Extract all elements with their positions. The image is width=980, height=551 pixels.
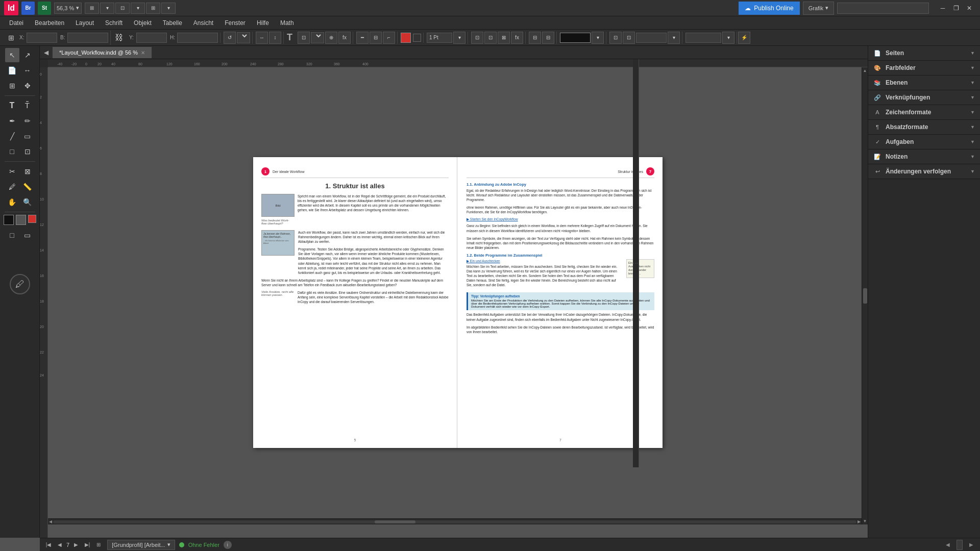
first-page-btn[interactable]: |◀ [44,540,53,549]
line-tool[interactable]: ╱ [5,129,19,143]
pen-tool[interactable]: ✒ [5,114,19,128]
view-btn-2[interactable]: ▾ [100,3,114,14]
scroll-down-btn[interactable]: ▼ [863,519,867,523]
page-options-btn[interactable]: ⊞ [94,540,103,549]
zeichenformate-collapse-arrow[interactable]: ▼ [970,110,975,115]
frame-fit3-btn[interactable]: ⊠ [498,32,510,44]
flip-v-btn[interactable]: ↕ [269,32,281,44]
rectangle-tool[interactable]: □ [5,144,19,159]
preview-mode[interactable]: ▭ [20,228,35,242]
align-left-btn[interactable]: ⊟ [529,32,541,44]
selection-tool[interactable]: ↖ [5,48,19,62]
check-in-link[interactable]: ▶ Ein und Auschecken [467,259,622,263]
lightning-btn[interactable]: ⚡ [738,32,750,44]
view-btn-6[interactable]: ▾ [161,3,176,14]
profile-selector[interactable]: [Grundprofil] [Arbeit... ▾ [107,540,175,550]
farbfelder-collapse-arrow[interactable]: ▼ [970,65,975,70]
rotate-select[interactable] [237,32,250,43]
notizen-collapse-arrow[interactable]: ▼ [970,154,975,159]
mm-input[interactable]: 4,233 mm [685,33,721,43]
stroke-style-preview[interactable] [560,33,591,43]
close-button[interactable]: ✕ [963,3,976,14]
grafik-button[interactable]: Grafik ▾ [803,2,834,15]
zoom-pct-input[interactable] [636,33,667,43]
aenderungen-collapse-arrow[interactable]: ▼ [970,169,975,174]
view-btn[interactable]: ⊡ [609,32,622,44]
flip-h-btn[interactable]: ↔ [256,32,268,44]
eyedropper-tool[interactable]: 🖉 [5,180,19,194]
measure-tool[interactable]: 📏 [20,180,35,194]
frame-fit4-btn[interactable]: fx [511,32,523,44]
stock-icon[interactable]: St [38,2,51,15]
free-transform-tool[interactable]: ⊠ [20,164,35,179]
publish-online-button[interactable]: ☁ Publish Online [739,2,799,15]
panel-verknuepfungen-header[interactable]: 🔗 Verknüpfungen ▼ [868,90,980,105]
pencil-tool[interactable]: ✏ [20,114,35,128]
view-btn-3[interactable]: ⊡ [115,3,130,14]
menu-fenster[interactable]: Fenster [219,18,251,28]
prev-page-btn[interactable]: ◀ [55,540,64,549]
stroke-tool[interactable] [16,215,26,225]
maximize-button[interactable]: ❐ [949,3,963,14]
zoom-arrow[interactable]: ▾ [668,32,680,44]
seiten-collapse-arrow[interactable]: ▼ [970,51,975,56]
h-input[interactable] [177,33,218,43]
view-btn-5[interactable]: ⊞ [146,3,160,14]
scroll-left-btn[interactable]: ◀ [49,519,52,524]
document-tab[interactable]: *Layout_Workflow.indd @ 56 % ✕ [53,47,152,58]
stroke-color[interactable] [413,34,421,42]
incopy-workflow-link[interactable]: ▶ Starten Sie den InCopyWorkflow [467,217,654,221]
h-scrollbar[interactable]: ◀ ▶ [48,518,862,524]
gap-tool[interactable]: ↔ [20,63,35,78]
type-on-path-tool[interactable]: T̃ [20,98,35,113]
bridge-icon[interactable]: Br [21,2,35,15]
zoom-tool[interactable]: 🔍 [20,195,35,209]
panel-aenderungen-header[interactable]: ↩ Änderungen verfolgen ▼ [868,164,980,179]
verknuepfungen-collapse-arrow[interactable]: ▼ [970,95,975,100]
v-scrollbar[interactable]: ▲ ▼ [862,67,868,524]
panel-ebenen-header[interactable]: 📚 Ebenen ▼ [868,76,980,90]
panel-seiten-header[interactable]: 📄 Seiten ▼ [868,46,980,60]
menu-hilfe[interactable]: Hilfe [252,18,274,28]
menu-tabelle[interactable]: Tabelle [158,18,187,28]
panel-aufgaben-header[interactable]: ✓ Aufgaben ▼ [868,135,980,149]
panel-absatzformate-header[interactable]: ¶ Absatzformate ▼ [868,120,980,134]
frame-fit-btn[interactable]: ⊡ [471,32,483,44]
fill-color[interactable] [401,33,411,43]
scissors-tool[interactable]: ✂ [5,164,19,179]
last-page-btn[interactable]: ▶| [83,540,92,549]
y-input[interactable] [136,33,167,43]
status-arrow-left[interactable]: ◀ [943,540,952,549]
image-frame-tool[interactable]: ⊡ [20,144,35,159]
next-page-btn[interactable]: ▶ [71,540,81,549]
color-swatch[interactable] [28,215,36,223]
fill-tool[interactable] [4,215,14,225]
content-tool[interactable]: ⊞ [5,79,19,93]
b-input[interactable] [67,33,108,43]
fit-btn[interactable]: ⊕ [325,32,337,44]
rotate-ccw-btn[interactable]: ↺ [224,32,236,44]
content-grab-tool[interactable]: ✥ [20,79,35,93]
menu-schrift[interactable]: Schrift [100,18,128,28]
status-info-btn[interactable]: i [224,541,232,549]
page-tool[interactable]: 📄 [5,63,19,78]
hand-tool[interactable]: ✋ [5,195,19,209]
stroke-style-arrow[interactable]: ▾ [592,32,604,44]
scroll-thumb[interactable] [863,288,867,304]
view-btn-4[interactable]: ▾ [131,3,145,14]
tab-close-btn[interactable]: ✕ [141,50,145,56]
search-input[interactable] [837,3,929,14]
h-scroll-thumb[interactable] [375,520,415,523]
menu-layout[interactable]: Layout [70,18,99,28]
frame-fit2-btn[interactable]: ⊡ [484,32,497,44]
view-btn-1[interactable]: ⊞ [85,3,99,14]
status-resize[interactable] [957,540,963,550]
normal-mode[interactable]: □ [5,228,19,242]
absatzformate-collapse-arrow[interactable]: ▼ [970,124,975,130]
menu-datei[interactable]: Datei [4,18,29,28]
align-right-btn[interactable]: ⊟ [542,32,554,44]
view-btn2[interactable]: ⊡ [623,32,635,44]
zoom-selector[interactable]: 56,3 % ▾ [54,3,82,14]
ebenen-collapse-arrow[interactable]: ▼ [970,80,975,85]
panel-farbfelder-header[interactable]: 🎨 Farbfelder ▼ [868,61,980,75]
